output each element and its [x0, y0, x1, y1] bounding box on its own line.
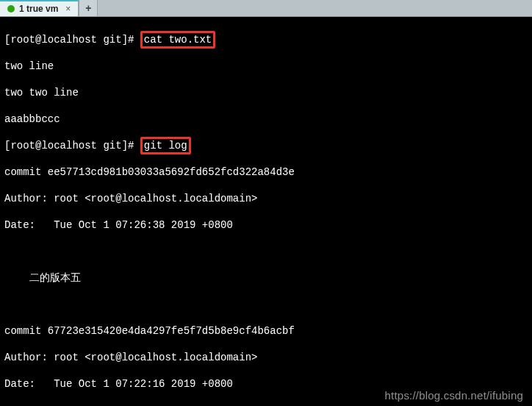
commit-message: 二的版本五	[4, 271, 528, 285]
author-line: Author: root <root@localhost.localdomain…	[4, 192, 528, 205]
status-dot-icon	[7, 5, 15, 13]
output-line: two two line	[4, 86, 528, 99]
author-line: Author: root <root@localhost.localdomain…	[4, 351, 528, 364]
commit-line: commit ee57713cd981b03033a5692fd652fcd32…	[4, 165, 528, 179]
commit-hash: 67723e315420e4da4297fe5f7d5b8e9cf4b6acbf	[48, 325, 295, 337]
new-tab-button[interactable]: +	[79, 0, 98, 16]
highlight-cmd-cat: cat two.txt	[140, 31, 215, 49]
prompt-line-1: [root@localhost git]# cat two.txt	[4, 33, 528, 46]
tab-label: 1 true vm	[19, 4, 58, 14]
highlight-cmd-gitlog: git log	[140, 137, 191, 154]
commit-line: commit 67723e315420e4da4297fe5f7d5b8e9cf…	[4, 324, 528, 338]
close-icon[interactable]: ×	[62, 4, 71, 14]
prompt-text: [root@localhost git]#	[4, 140, 140, 152]
prompt-text: [root@localhost git]#	[4, 34, 140, 46]
output-line: aaabbbccc	[4, 113, 528, 126]
tab-true-vm[interactable]: 1 true vm ×	[0, 0, 79, 16]
prompt-line-2: [root@localhost git]# git log	[4, 139, 528, 152]
output-line: two line	[4, 60, 528, 73]
date-line: Date: Tue Oct 1 07:26:38 2019 +0800	[4, 218, 528, 232]
plus-icon: +	[85, 2, 91, 14]
watermark-text: https://blog.csdn.net/ifubing	[385, 389, 523, 402]
commit-hash: ee57713cd981b03033a5692fd652fcd322a84d3e	[48, 166, 295, 178]
blank-line	[4, 245, 528, 258]
terminal[interactable]: [root@localhost git]# cat two.txt two li…	[0, 17, 532, 406]
tab-bar: 1 true vm × +	[0, 0, 532, 17]
blank-line	[4, 298, 528, 311]
